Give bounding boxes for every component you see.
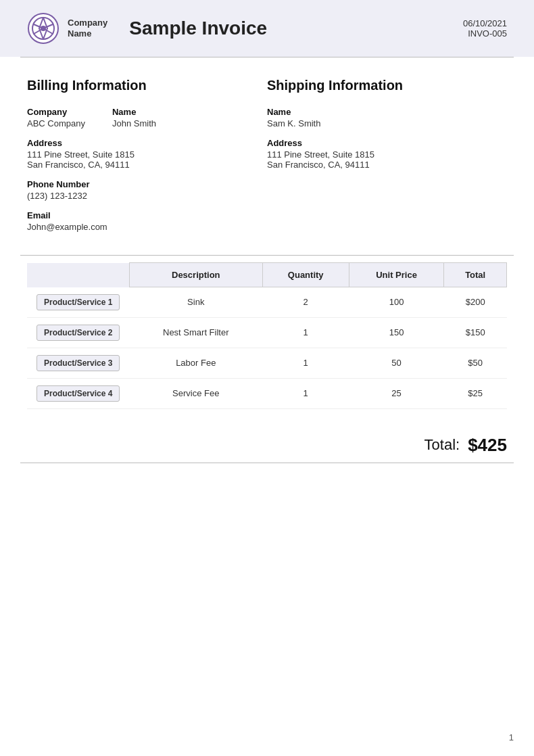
billing-name-label: Name [112,107,156,117]
billing-phone-value: (123) 123-1232 [27,191,267,201]
billing-company-group: Company ABC Company [27,107,85,128]
billing-name-group: Name John Smith [112,107,156,128]
table-col-description-header: Description [129,263,262,287]
billing-email-label: Email [27,210,267,220]
shipping-address-line1: 111 Pine Street, Suite 1815 [267,149,507,160]
billing-company-label: Company [27,107,85,117]
billing-name-company-row: Company ABC Company Name John Smith [27,107,267,128]
shipping-address-group: Address 111 Pine Street, Suite 1815 San … [267,138,507,170]
invoice-header: CompanyName Sample Invoice 06/10/2021 IN… [0,0,534,57]
row-label: Product/Service 3 [37,355,120,371]
billing-phone-label: Phone Number [27,179,267,189]
billing-name-value: John Smith [112,118,156,128]
row-description: Service Fee [129,378,262,408]
shipping-info: Shipping Information Name Sam K. Smith A… [267,78,507,241]
bottom-divider [20,463,514,463]
row-label-cell: Product/Service 3 [27,348,129,378]
shipping-name-value: Sam K. Smith [267,118,507,128]
row-quantity: 1 [262,378,349,408]
row-unit-price: 100 [349,287,444,318]
shipping-section-title: Shipping Information [267,78,507,93]
billing-address-label: Address [27,138,267,148]
row-description: Labor Fee [129,348,262,378]
billing-phone-group: Phone Number (123) 123-1232 [27,179,267,201]
company-logo-icon [27,12,59,45]
table-row: Product/Service 2 Nest Smart Filter 1 15… [27,317,507,348]
company-name-text: CompanyName [68,18,107,39]
total-row: Total: $425 [0,423,534,463]
row-label-cell: Product/Service 4 [27,378,129,408]
billing-email-group: Email John@example.com [27,210,267,232]
row-unit-price: 25 [349,378,444,408]
total-label: Total: [424,436,460,454]
header-left: CompanyName Sample Invoice [27,12,267,45]
billing-section-title: Billing Information [27,78,267,93]
row-quantity: 2 [262,287,349,318]
shipping-address-label: Address [267,138,507,148]
row-total: $200 [444,287,507,318]
shipping-name-group: Name Sam K. Smith [267,107,507,128]
shipping-name-label: Name [267,107,507,117]
row-total: $50 [444,348,507,378]
row-label: Product/Service 4 [37,385,120,402]
row-total: $150 [444,317,507,348]
table-col-unitprice-header: Unit Price [349,263,444,287]
total-amount: $425 [468,435,507,456]
row-quantity: 1 [262,348,349,378]
billing-company-value: ABC Company [27,118,85,128]
table-col-quantity-header: Quantity [262,263,349,287]
info-section: Billing Information Company ABC Company … [0,57,534,255]
invoice-title: Sample Invoice [129,18,267,39]
table-section: Description Quantity Unit Price Total Pr… [0,256,534,423]
invoice-date: 06/10/2021 [463,18,507,28]
row-description: Nest Smart Filter [129,317,262,348]
row-label-cell: Product/Service 2 [27,317,129,348]
row-label: Product/Service 1 [37,294,120,310]
billing-email-value: John@example.com [27,222,267,232]
svg-point-10 [41,26,46,31]
row-unit-price: 150 [349,317,444,348]
row-unit-price: 50 [349,348,444,378]
billing-address-line1: 111 Pine Street, Suite 1815 [27,149,267,160]
table-row: Product/Service 3 Labor Fee 1 50 $50 [27,348,507,378]
invoice-id: INVO-005 [463,28,507,39]
billing-info: Billing Information Company ABC Company … [27,78,267,241]
table-row: Product/Service 1 Sink 2 100 $200 [27,287,507,318]
billing-address-group: Address 111 Pine Street, Suite 1815 San … [27,138,267,170]
table-col-total-header: Total [444,263,507,287]
row-label: Product/Service 2 [37,325,120,341]
table-row: Product/Service 4 Service Fee 1 25 $25 [27,378,507,408]
invoice-table: Description Quantity Unit Price Total Pr… [27,262,507,409]
page-number: 1 [509,732,514,742]
row-total: $25 [444,378,507,408]
table-header-row: Description Quantity Unit Price Total [27,263,507,287]
shipping-address-line2: San Francisco, CA, 94111 [267,160,507,170]
row-quantity: 1 [262,317,349,348]
table-col-label-header [27,263,129,287]
invoice-meta: 06/10/2021 INVO-005 [463,18,507,39]
row-label-cell: Product/Service 1 [27,287,129,318]
row-description: Sink [129,287,262,318]
billing-address-line2: San Francisco, CA, 94111 [27,160,267,170]
